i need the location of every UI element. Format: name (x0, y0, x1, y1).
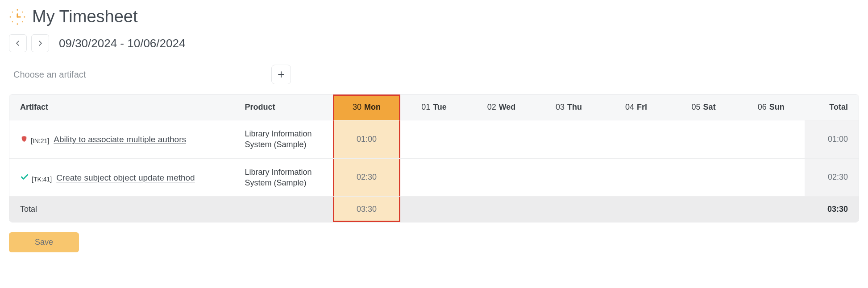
artifact-search-input[interactable] (9, 65, 268, 84)
total-row: Total03:3003:30 (9, 197, 859, 222)
save-button[interactable]: Save (9, 232, 79, 252)
svg-point-0 (17, 9, 18, 10)
time-cell[interactable] (535, 120, 602, 159)
time-cell[interactable] (535, 158, 602, 197)
product-name: Library Information System (Sample) (245, 128, 328, 150)
time-cell[interactable] (602, 120, 670, 159)
day-total (670, 197, 737, 222)
svg-point-7 (22, 21, 23, 22)
day-total (468, 197, 535, 222)
time-cell[interactable] (400, 158, 468, 197)
time-cell[interactable] (400, 120, 468, 159)
svg-point-3 (24, 16, 25, 17)
table-row: [IN:21]Ability to associate multiple aut… (9, 120, 859, 159)
svg-rect-9 (17, 16, 21, 17)
col-day-sun[interactable]: 06Sun (737, 95, 805, 120)
col-day-tue[interactable]: 01Tue (400, 95, 468, 120)
timesheet-table: Artifact Product 30Mon 01Tue 02Wed 03Thu… (9, 94, 859, 222)
check-icon (20, 173, 29, 184)
col-day-wed[interactable]: 02Wed (468, 95, 535, 120)
time-cell[interactable] (670, 120, 737, 159)
time-cell[interactable] (468, 120, 535, 159)
day-total (400, 197, 468, 222)
col-day-mon[interactable]: 30Mon (333, 95, 400, 120)
time-cell[interactable] (670, 158, 737, 197)
time-cell[interactable]: 01:00 (333, 120, 400, 159)
artifact-id: [TK:41] (32, 176, 52, 183)
shield-icon (20, 135, 28, 145)
day-total (535, 197, 602, 222)
day-total: 03:30 (333, 197, 400, 222)
artifact-link[interactable]: Ability to associate multiple authors (54, 135, 186, 144)
product-name: Library Information System (Sample) (245, 167, 328, 189)
col-day-sat[interactable]: 05Sat (670, 95, 737, 120)
clock-icon (9, 8, 26, 25)
col-total: Total (805, 95, 859, 120)
time-cell[interactable] (468, 158, 535, 197)
time-cell[interactable] (737, 158, 805, 197)
table-row: [TK:41]Create subject object update meth… (9, 158, 859, 197)
col-day-fri[interactable]: 04Fri (602, 95, 670, 120)
add-artifact-button[interactable] (271, 65, 291, 84)
svg-point-1 (17, 23, 18, 25)
next-week-button[interactable] (31, 34, 49, 52)
col-product: Product (234, 95, 333, 120)
col-day-thu[interactable]: 03Thu (535, 95, 602, 120)
prev-week-button[interactable] (9, 34, 27, 52)
time-cell[interactable]: 02:30 (333, 158, 400, 197)
row-total: 01:00 (805, 120, 859, 159)
svg-point-4 (12, 11, 13, 12)
total-label: Total (9, 197, 333, 222)
day-total (737, 197, 805, 222)
svg-point-6 (12, 21, 13, 22)
svg-point-5 (22, 11, 23, 12)
row-total: 02:30 (805, 158, 859, 197)
day-total (602, 197, 670, 222)
artifact-link[interactable]: Create subject object update method (56, 173, 195, 183)
col-artifact: Artifact (9, 95, 234, 120)
svg-point-2 (10, 16, 11, 17)
time-cell[interactable] (737, 120, 805, 159)
page-title: My Timesheet (32, 7, 138, 26)
grand-total: 03:30 (805, 197, 859, 222)
artifact-id: [IN:21] (31, 137, 49, 144)
time-cell[interactable] (602, 158, 670, 197)
date-range: 09/30/2024 - 10/06/2024 (59, 37, 185, 50)
